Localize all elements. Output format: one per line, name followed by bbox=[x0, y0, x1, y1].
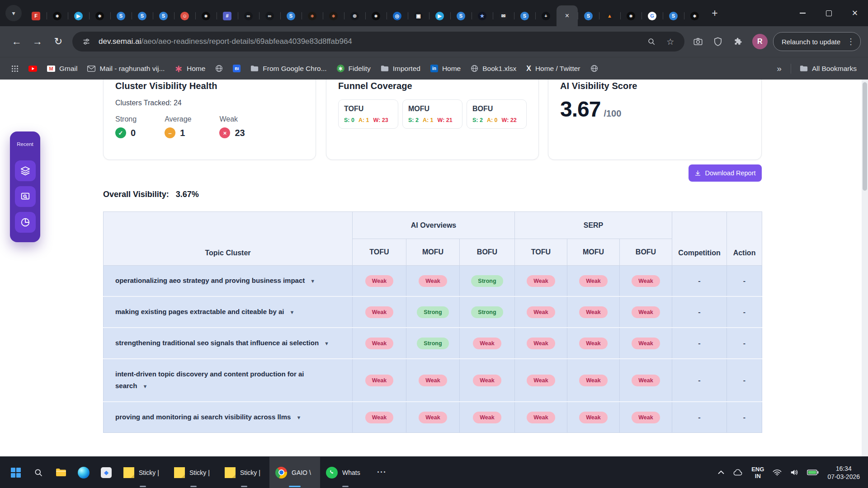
browser-tab[interactable]: ◎ bbox=[387, 5, 408, 26]
battery-icon[interactable] bbox=[807, 469, 819, 475]
scrollbar-thumb[interactable] bbox=[863, 82, 867, 191]
bookmark-item[interactable]: Mail - raghunath vij... bbox=[83, 62, 169, 75]
browser-tab[interactable]: ∗ bbox=[365, 5, 387, 26]
browser-tab[interactable]: ∗ bbox=[302, 5, 323, 26]
bookmark-item[interactable]: Imported bbox=[377, 62, 425, 75]
browser-tab[interactable]: ✉ bbox=[493, 5, 514, 26]
browser-tab[interactable]: ▶ bbox=[429, 5, 450, 26]
tab-search-button[interactable]: ▾ bbox=[5, 5, 22, 21]
bookmark-item[interactable] bbox=[7, 63, 23, 75]
bookmark-label: Book1.xlsx bbox=[482, 65, 516, 73]
expand-caret-icon[interactable]: ▼ bbox=[296, 415, 301, 420]
file-explorer-button[interactable] bbox=[50, 457, 72, 488]
taskbar-app-whatsapp[interactable]: Whats bbox=[320, 457, 371, 488]
new-tab-button[interactable]: + bbox=[707, 5, 722, 21]
browser-tab[interactable]: ⊕ bbox=[344, 5, 365, 26]
profile-avatar[interactable]: R bbox=[752, 34, 768, 49]
edge-button[interactable] bbox=[72, 457, 95, 488]
blue-app-icon: S bbox=[287, 12, 295, 20]
bookmark-star-icon[interactable]: ☆ bbox=[664, 35, 677, 48]
browser-tab[interactable]: # bbox=[217, 5, 238, 26]
bookmark-item[interactable]: From Google Chro... bbox=[246, 62, 330, 75]
browser-tab[interactable]: S bbox=[663, 5, 684, 26]
relaunch-button[interactable]: Relaunch to update ⋮ bbox=[773, 32, 861, 51]
maximize-button[interactable] bbox=[816, 0, 842, 26]
photos-button[interactable]: ◆ bbox=[95, 457, 118, 488]
bookmark-item[interactable]: XHome / Twitter bbox=[522, 62, 584, 75]
pie-chart-button[interactable] bbox=[15, 212, 36, 233]
taskbar-app-sticky[interactable]: Sticky | bbox=[219, 457, 269, 488]
browser-tab[interactable]: ☺ bbox=[174, 5, 195, 26]
onedrive-cloud-icon[interactable] bbox=[733, 469, 743, 476]
bookmark-item[interactable] bbox=[211, 62, 227, 75]
bookmark-item[interactable] bbox=[24, 63, 41, 74]
browser-tab[interactable]: ∗ bbox=[684, 5, 705, 26]
taskbar-search-button[interactable] bbox=[27, 457, 50, 488]
expand-caret-icon[interactable]: ▼ bbox=[289, 310, 294, 315]
extensions-icon[interactable] bbox=[729, 33, 747, 51]
all-bookmarks-button[interactable]: All Bookmarks bbox=[796, 62, 861, 75]
bookmark-item[interactable]: ∗Fidelity bbox=[333, 62, 375, 75]
bookmark-item[interactable] bbox=[586, 62, 602, 75]
bookmark-item[interactable]: BI bbox=[229, 62, 245, 75]
taskbar-app-sticky[interactable]: Sticky | bbox=[168, 457, 219, 488]
screenshot-camera-icon[interactable] bbox=[689, 33, 707, 51]
expand-caret-icon[interactable]: ▼ bbox=[310, 278, 315, 284]
taskbar-app-sticky[interactable]: Sticky | bbox=[118, 457, 168, 488]
back-button[interactable]: ← bbox=[7, 32, 26, 51]
browser-tab[interactable]: ▶ bbox=[68, 5, 89, 26]
bookmark-item[interactable]: Book1.xlsx bbox=[467, 62, 520, 75]
shield-icon[interactable] bbox=[709, 33, 727, 51]
browser-tab[interactable]: S bbox=[578, 5, 599, 26]
clock[interactable]: 16:34 07-03-2026 bbox=[827, 465, 860, 481]
browser-tab[interactable]: ∗ bbox=[323, 5, 344, 26]
stage-label: MOFU bbox=[408, 105, 457, 113]
browser-tab[interactable]: S bbox=[280, 5, 302, 26]
browser-tab[interactable]: ∗ bbox=[47, 5, 68, 26]
browser-tab[interactable]: ∗ bbox=[89, 5, 110, 26]
browser-tab[interactable]: S bbox=[153, 5, 174, 26]
page-scrollbar[interactable] bbox=[862, 80, 868, 456]
browser-tab-active[interactable]: × bbox=[557, 5, 578, 26]
taskbar-overflow-button[interactable]: ··· bbox=[371, 457, 393, 488]
bookmark-item[interactable]: MGmail bbox=[43, 62, 81, 75]
browser-tab[interactable]: ∗ bbox=[195, 5, 217, 26]
bookmark-item[interactable]: ∗Home bbox=[170, 61, 209, 75]
browser-tab[interactable]: + bbox=[535, 5, 557, 26]
download-report-button[interactable]: Download Report bbox=[689, 164, 762, 182]
browser-tab[interactable]: ▣ bbox=[408, 5, 429, 26]
hidden-icons-chevron[interactable] bbox=[718, 470, 724, 474]
close-button[interactable]: × bbox=[842, 0, 868, 26]
browser-tab[interactable]: ▲ bbox=[599, 5, 620, 26]
browser-tab[interactable]: ★ bbox=[472, 5, 493, 26]
language-indicator[interactable]: ENG IN bbox=[751, 466, 764, 479]
doc-search-button[interactable] bbox=[15, 186, 36, 207]
wifi-icon[interactable] bbox=[773, 469, 782, 476]
address-bar[interactable]: dev.semai.ai/aeo/aeo-readiness/report-de… bbox=[72, 32, 684, 52]
search-icon[interactable] bbox=[645, 35, 658, 48]
layers-button[interactable] bbox=[15, 160, 36, 181]
browser-tab[interactable]: S bbox=[450, 5, 472, 26]
browser-tab[interactable]: F bbox=[25, 5, 47, 26]
browser-tab[interactable]: S bbox=[132, 5, 153, 26]
expand-caret-icon[interactable]: ▼ bbox=[142, 384, 147, 389]
browser-tab[interactable]: ∞ bbox=[259, 5, 280, 26]
google-icon: G bbox=[648, 12, 656, 20]
browser-tab[interactable]: S bbox=[110, 5, 132, 26]
average-count: A: 1 bbox=[359, 117, 369, 123]
bookmark-item[interactable]: inHome bbox=[426, 62, 465, 75]
browser-tab[interactable]: ∗ bbox=[620, 5, 642, 26]
taskbar-app-chrome[interactable]: GAIO \ bbox=[269, 457, 320, 488]
minimize-button[interactable] bbox=[789, 0, 816, 26]
bookmarks-overflow-button[interactable]: » bbox=[772, 64, 786, 74]
volume-icon[interactable] bbox=[790, 469, 798, 476]
forward-button[interactable]: → bbox=[28, 32, 47, 51]
browser-tab[interactable]: ∞ bbox=[238, 5, 259, 26]
browser-tab[interactable]: G bbox=[642, 5, 663, 26]
site-info-icon[interactable] bbox=[80, 35, 93, 48]
expand-caret-icon[interactable]: ▼ bbox=[324, 341, 329, 346]
browser-tab[interactable]: S bbox=[514, 5, 535, 26]
menu-kebab-icon[interactable]: ⋮ bbox=[847, 37, 855, 47]
start-button[interactable] bbox=[5, 457, 27, 488]
reload-button[interactable]: ↻ bbox=[49, 32, 68, 51]
